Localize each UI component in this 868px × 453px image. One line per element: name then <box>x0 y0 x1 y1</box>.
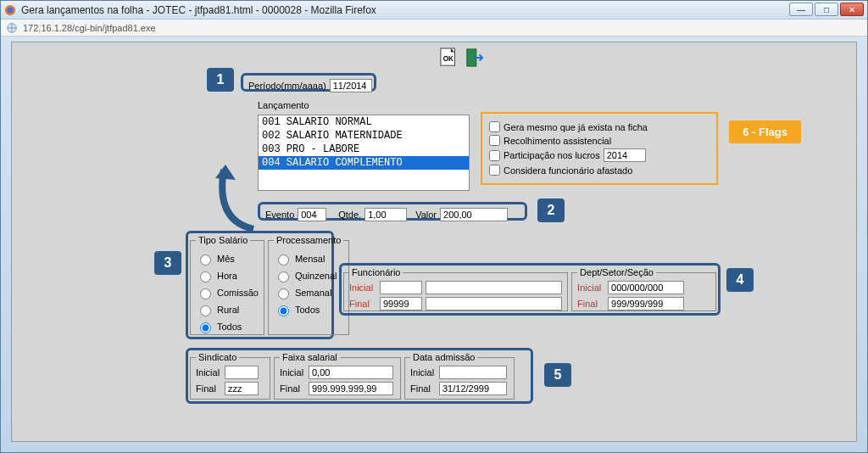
proc-semanal-radio[interactable] <box>278 288 289 299</box>
dept-legend: Dept/Setor/Seção <box>577 267 656 277</box>
dept-final-label: Final <box>577 299 604 309</box>
minimize-button[interactable]: — <box>789 3 813 16</box>
func-inicial-label: Inicial <box>349 282 376 293</box>
badge-1: 1 <box>207 68 234 92</box>
adm-final-label: Final <box>410 383 436 394</box>
flag-considera-label: Considera funcionário afastado <box>504 165 632 176</box>
titlebar: Gera lançamentos na folha - JOTEC - jtfp… <box>1 1 867 20</box>
func-inicial-name-input[interactable] <box>426 281 562 294</box>
badge-5: 5 <box>544 363 571 387</box>
address-bar: 172.16.1.28/cgi-bin/jtfpad81.exe <box>1 20 867 36</box>
sind-faixa-adm-callout: Sindicato Inicial Final Faixa salarial I… <box>186 348 533 404</box>
lancamento-listbox[interactable]: 001 SALARIO NORMAL 002 SALARIO MATERNIDA… <box>258 115 470 191</box>
tipo-todos-radio[interactable] <box>200 322 211 333</box>
func-final-code-input[interactable] <box>380 297 422 310</box>
ok-icon[interactable]: OK <box>440 48 459 68</box>
adm-inicial-label: Inicial <box>410 367 436 378</box>
evento-callout: Evento Qtde. Valor <box>258 202 527 221</box>
dept-final-input[interactable] <box>608 297 684 310</box>
faixa-fieldset: Faixa salarial Inicial Final <box>274 352 401 400</box>
flag-gera-label: Gera mesmo que já exista na ficha <box>504 122 648 132</box>
window-frame: Gera lançamentos na folha - JOTEC - jtfp… <box>0 0 868 453</box>
valor-label: Valor <box>415 210 437 220</box>
admissao-fieldset: Data admissão Inicial Final <box>404 352 515 400</box>
list-item[interactable]: 001 SALARIO NORMAL <box>259 115 469 129</box>
exit-icon[interactable] <box>465 48 484 68</box>
qtde-input[interactable] <box>364 208 407 221</box>
faixa-inicial-input[interactable] <box>309 366 393 379</box>
faixa-inicial-label: Inicial <box>280 367 305 378</box>
flag-participacao-checkbox[interactable] <box>489 150 500 161</box>
tipo-salario-legend: Tipo Salário <box>196 235 250 245</box>
evento-input[interactable] <box>298 208 326 221</box>
content-area: OK Período(mm/aaaa) 1 Lançamento 001 SAL… <box>11 42 857 442</box>
func-final-name-input[interactable] <box>426 297 562 310</box>
svg-text:OK: OK <box>443 55 453 63</box>
tipo-proc-callout: Tipo Salário Mês Hora Comissão Rural Tod… <box>186 231 334 339</box>
periodo-label: Período(mm/aaaa) <box>248 81 326 91</box>
url-text: 172.16.1.28/cgi-bin/jtfpad81.exe <box>23 23 156 33</box>
flag-recolhimento-label: Recolhimento assistencial <box>504 136 611 146</box>
tipo-hora-radio[interactable] <box>200 271 211 282</box>
tipo-rural-radio[interactable] <box>200 305 211 316</box>
badge-4: 4 <box>726 268 754 292</box>
qtde-label: Qtde. <box>338 210 361 220</box>
flag-gera-checkbox[interactable] <box>489 121 500 132</box>
dept-inicial-input[interactable] <box>608 281 684 294</box>
sind-final-input[interactable] <box>225 382 259 395</box>
admissao-legend: Data admissão <box>410 352 477 362</box>
proc-quinzenal-radio[interactable] <box>278 271 289 282</box>
evento-label: Evento <box>265 210 294 220</box>
faixa-final-label: Final <box>280 383 305 394</box>
toolbar: OK <box>440 48 484 68</box>
sind-inicial-input[interactable] <box>225 366 259 379</box>
participacao-input[interactable] <box>604 148 646 162</box>
proc-mensal-radio[interactable] <box>278 254 289 266</box>
globe-icon <box>6 22 18 34</box>
adm-inicial-input[interactable] <box>439 366 507 379</box>
sindicato-fieldset: Sindicato Inicial Final <box>190 352 270 400</box>
adm-final-input[interactable] <box>439 382 507 395</box>
periodo-callout: Período(mm/aaaa) <box>241 73 376 92</box>
flag-considera-checkbox[interactable] <box>489 165 500 176</box>
close-button[interactable]: ✕ <box>840 3 864 16</box>
lancamento-label: Lançamento <box>258 100 309 110</box>
badge-2: 2 <box>537 199 565 222</box>
curved-arrow-icon <box>207 161 266 238</box>
list-item[interactable]: 004 SALARIO COMPLEMENTO <box>259 156 469 170</box>
faixa-legend: Faixa salarial <box>280 352 340 362</box>
sind-final-label: Final <box>196 383 221 394</box>
sindicato-legend: Sindicato <box>196 352 239 362</box>
flags-box: 6 - Flags Gera mesmo que já exista na fi… <box>481 112 718 185</box>
funcionario-legend: Funcionário <box>349 267 403 277</box>
flag-participacao-label: Participação nos lucros <box>504 150 600 160</box>
list-item[interactable]: 003 PRO - LABORE <box>259 143 469 156</box>
faixa-final-input[interactable] <box>309 382 393 395</box>
svg-point-1 <box>8 7 14 13</box>
window-controls: — □ ✕ <box>787 3 864 16</box>
sind-inicial-label: Inicial <box>196 367 221 378</box>
maximize-button[interactable]: □ <box>815 3 838 16</box>
valor-input[interactable] <box>440 208 508 221</box>
tipo-mes-radio[interactable] <box>200 254 211 266</box>
window-title: Gera lançamentos na folha - JOTEC - jtfp… <box>21 4 376 16</box>
tipo-salario-fieldset: Tipo Salário Mês Hora Comissão Rural Tod… <box>190 235 264 335</box>
list-item[interactable]: 002 SALARIO MATERNIDADE <box>259 129 469 143</box>
tipo-comissao-radio[interactable] <box>200 288 211 299</box>
func-dept-callout: Funcionário Inicial Final <box>339 263 721 316</box>
badge-3: 3 <box>154 251 181 275</box>
func-inicial-code-input[interactable] <box>380 281 422 294</box>
proc-todos-radio[interactable] <box>278 305 289 316</box>
flag-recolhimento-checkbox[interactable] <box>489 135 500 146</box>
funcionario-fieldset: Funcionário Inicial Final <box>343 267 568 311</box>
dept-inicial-label: Inicial <box>577 282 604 293</box>
firefox-icon <box>4 4 16 16</box>
flags-badge: 6 - Flags <box>729 120 801 143</box>
dept-fieldset: Dept/Setor/Seção Inicial Final <box>571 267 716 311</box>
func-final-label: Final <box>349 299 376 309</box>
periodo-input[interactable] <box>330 79 372 92</box>
processamento-legend: Processamento <box>274 235 343 245</box>
processamento-fieldset: Processamento Mensal Quinzenal Semanal T… <box>268 235 349 335</box>
